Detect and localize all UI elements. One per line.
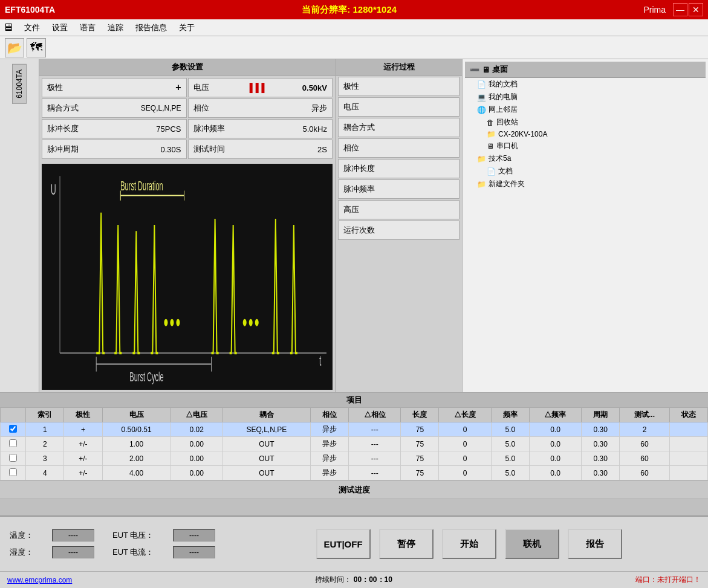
eut-current-label: EUT 电流： bbox=[112, 547, 161, 558]
tree-item[interactable]: 🖥串口机 bbox=[465, 140, 706, 152]
items-table: 索引极性电压△电压耦合相位△相位长度△长度频率△频率周期测试...状态1+0.5… bbox=[0, 407, 708, 480]
row-checkbox[interactable] bbox=[9, 468, 17, 476]
items-section: 项目 索引极性电压△电压耦合相位△相位长度△长度频率△频率周期测试...状态1+… bbox=[0, 392, 708, 480]
minimize-button[interactable]: — bbox=[673, 3, 687, 16]
table-cell: 5.0 bbox=[491, 466, 529, 480]
table-cell: OUT bbox=[222, 466, 310, 480]
tree-items-container: 📄我的文档💻我的电脑🌐网上邻居🗑回收站📁CX-20KV-100A🖥串口机📁技术5… bbox=[465, 78, 706, 190]
params-section: 参数设置 极性 + 电压 ▐▐▐ 0.50kV 耦合方式 SEQ,L,N,PE bbox=[39, 59, 336, 392]
tree-collapse-icon[interactable]: ➖ bbox=[470, 65, 479, 74]
table-row[interactable]: 2+/-1.000.00OUT异步---7505.00.00.3060 bbox=[1, 437, 708, 451]
table-row[interactable]: 3+/-2.000.00OUT异步---7505.00.00.3060 bbox=[1, 451, 708, 466]
svg-point-9 bbox=[164, 319, 167, 326]
tab-61004ta[interactable]: 61004TA bbox=[12, 64, 27, 104]
tree-item[interactable]: 📄我的文档 bbox=[465, 78, 706, 91]
action-btn-开始[interactable]: 开始 bbox=[442, 529, 496, 559]
humidity-value: ---- bbox=[52, 546, 94, 558]
row-checkbox[interactable] bbox=[9, 454, 17, 462]
tree-item[interactable]: 💻我的电脑 bbox=[465, 91, 706, 103]
table-row[interactable]: 4+/-4.000.00OUT异步---7505.00.00.3060 bbox=[1, 466, 708, 480]
phase-label: 相位 bbox=[193, 103, 209, 114]
table-cell: 5.0 bbox=[491, 422, 529, 437]
table-cell: 异步 bbox=[310, 422, 348, 437]
table-cell: --- bbox=[349, 437, 401, 451]
coupling-cell: 耦合方式 SEQ,L,N,PE bbox=[42, 99, 187, 118]
temp-label: 温度： bbox=[10, 530, 40, 541]
table-cell: 0.30 bbox=[582, 422, 620, 437]
table-column-header: 耦合 bbox=[222, 408, 310, 422]
tree-item[interactable]: 📁技术5a bbox=[465, 152, 706, 165]
bottom-panel: 温度： ---- EUT 电压： ---- 湿度： ---- EUT 电流： -… bbox=[0, 515, 708, 588]
left-tab: 61004TA bbox=[0, 59, 39, 392]
action-btn-EUT|OFF[interactable]: EUT|OFF bbox=[316, 529, 371, 559]
run-item: 极性 bbox=[338, 77, 460, 96]
table-column-header: 电压 bbox=[102, 408, 171, 422]
status-area bbox=[0, 499, 708, 515]
action-btn-联机[interactable]: 联机 bbox=[505, 529, 559, 559]
table-cell bbox=[669, 422, 707, 437]
table-column-header: △相位 bbox=[349, 408, 401, 422]
tree-item[interactable]: 📁CX-20KV-100A bbox=[465, 129, 706, 140]
menu-item-语言[interactable]: 语言 bbox=[74, 20, 102, 36]
pulse-length-value: 75PCS bbox=[156, 124, 181, 134]
eut-voltage-value: ---- bbox=[173, 529, 215, 541]
menu-item-追踪[interactable]: 追踪 bbox=[102, 20, 129, 36]
tree-item[interactable]: 🌐网上邻居 bbox=[465, 103, 706, 116]
table-cell: 0 bbox=[439, 451, 491, 466]
tree-item[interactable]: 🗑回收站 bbox=[465, 116, 706, 129]
row-checkbox[interactable] bbox=[9, 439, 17, 447]
menu-item-报告信息[interactable]: 报告信息 bbox=[129, 20, 173, 36]
app-title: EFT61004TA bbox=[5, 5, 55, 15]
time-value: 00：00：10 bbox=[354, 575, 392, 584]
table-column-header: 频率 bbox=[491, 408, 529, 422]
tree-title: 桌面 bbox=[492, 64, 508, 75]
svg-point-11 bbox=[176, 319, 180, 326]
eut-voltage-label: EUT 电压： bbox=[112, 530, 161, 541]
run-item: 脉冲频率 bbox=[338, 179, 460, 199]
toolbar-btn-map[interactable]: 🗺 bbox=[27, 38, 46, 57]
table-cell: + bbox=[64, 422, 102, 437]
tree-item[interactable]: 📄文档 bbox=[465, 165, 706, 178]
waveform-diagram: U t Burst Duration bbox=[42, 164, 333, 390]
table-row[interactable]: 1+0.50/0.510.02SEQ,L,N,PE异步---7505.00.00… bbox=[1, 422, 708, 437]
running-section: 运行过程 极性电压耦合方式相位脉冲长度脉冲频率高压运行次数 bbox=[336, 59, 463, 392]
table-cell: 2.00 bbox=[102, 451, 171, 466]
table-cell: 0.50/0.51 bbox=[102, 422, 171, 437]
table-column-header: △电压 bbox=[171, 408, 222, 422]
action-buttons: EUT|OFF暂停开始联机报告 bbox=[230, 523, 708, 565]
toolbar: 📂 🗺 bbox=[0, 36, 708, 59]
toolbar-btn-folder[interactable]: 📂 bbox=[5, 38, 24, 57]
table-cell: 0.00 bbox=[171, 466, 222, 480]
resolution-display: 当前分辨率: 1280*1024 bbox=[55, 4, 643, 16]
close-button[interactable]: ✕ bbox=[689, 3, 703, 16]
pulse-cycle-label: 脉冲周期 bbox=[47, 144, 79, 155]
table-cell: 0.00 bbox=[171, 437, 222, 451]
polarity-value: + bbox=[175, 82, 181, 93]
table-column-header: 周期 bbox=[582, 408, 620, 422]
table-cell: 异步 bbox=[310, 451, 348, 466]
running-items-list: 极性电压耦合方式相位脉冲长度脉冲频率高压运行次数 bbox=[336, 76, 462, 241]
action-btn-暂停[interactable]: 暂停 bbox=[379, 529, 434, 559]
pulse-freq-value: 5.0kHz bbox=[303, 124, 327, 134]
table-cell bbox=[669, 451, 707, 466]
website-link[interactable]: www.emcprima.com bbox=[7, 576, 72, 584]
voltage-label: 电压 bbox=[193, 82, 209, 93]
pulse-cycle-value: 0.30S bbox=[161, 145, 181, 154]
table-column-header: 长度 bbox=[401, 408, 439, 422]
voltage-cell: 电压 ▐▐▐ 0.50kV bbox=[188, 78, 333, 97]
menu-item-关于[interactable]: 关于 bbox=[173, 20, 201, 36]
action-btn-报告[interactable]: 报告 bbox=[568, 529, 622, 559]
row-checkbox[interactable] bbox=[9, 425, 17, 433]
menu-item-文件[interactable]: 文件 bbox=[18, 20, 46, 36]
humidity-label: 湿度： bbox=[10, 547, 40, 558]
table-column-header: 状态 bbox=[669, 408, 707, 422]
running-header: 运行过程 bbox=[336, 59, 462, 76]
tree-item[interactable]: 📁新建文件夹 bbox=[465, 178, 706, 190]
svg-text:Burst  Cycle: Burst Cycle bbox=[129, 369, 163, 384]
menu-item-设置[interactable]: 设置 bbox=[46, 20, 74, 36]
coupling-value: SEQ,L,N,PE bbox=[141, 104, 181, 112]
table-cell: 0.0 bbox=[529, 437, 581, 451]
table-cell: +/- bbox=[64, 451, 102, 466]
table-column-header: △频率 bbox=[529, 408, 581, 422]
table-cell: 5.0 bbox=[491, 451, 529, 466]
